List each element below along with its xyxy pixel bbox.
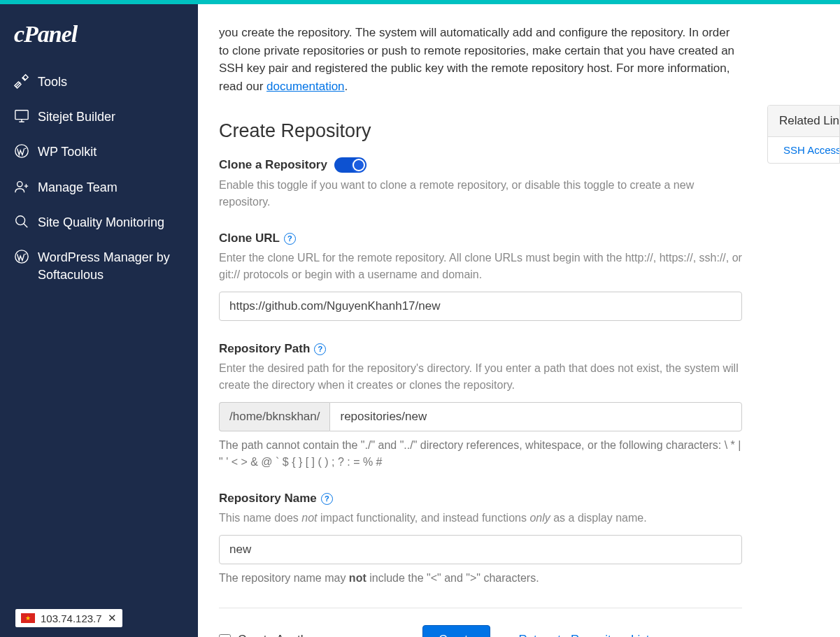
repo-path-help: Enter the desired path for the repositor… (219, 360, 742, 394)
sidebar-item-sitejet[interactable]: Sitejet Builder (0, 99, 198, 134)
clone-url-help: Enter the clone URL for the remote repos… (219, 250, 742, 283)
ip-value: 103.74.123.7 (41, 613, 102, 624)
sidebar-item-label: Tools (38, 73, 67, 91)
page-title: Create Repository (219, 120, 742, 142)
sidebar-item-label: WordPress Manager by Softaculous (38, 248, 187, 284)
clone-url-label: Clone URL (219, 231, 280, 245)
repo-path-input-group: /home/bknskhan/ (219, 402, 742, 431)
field-label-row: Clone a Repository (219, 157, 742, 173)
ip-badge[interactable]: 103.74.123.7 ✕ (15, 609, 122, 627)
documentation-link[interactable]: documentation (266, 80, 345, 93)
ssh-access-link[interactable]: SSH Access (768, 137, 839, 163)
intro-suffix: . (345, 80, 348, 93)
brand-text: cPanel (14, 21, 77, 47)
help-icon[interactable]: ? (314, 343, 326, 355)
wordpress-icon (11, 143, 32, 159)
sidebar-item-wpmanager[interactable]: WordPress Manager by Softaculous (0, 240, 198, 292)
create-another-checkbox[interactable] (219, 634, 231, 638)
return-link[interactable]: Return to Repository List (518, 633, 649, 637)
clone-url-input[interactable] (219, 292, 742, 321)
content-wrap: you create the repository. The system wi… (219, 24, 742, 637)
svg-point-4 (15, 250, 28, 263)
flag-icon (21, 613, 35, 623)
monitor-icon (11, 108, 32, 124)
sidebar-item-label: Sitejet Builder (38, 108, 115, 126)
repo-name-help: This name does not impact functionality,… (219, 510, 742, 527)
clone-toggle-switch[interactable] (334, 157, 366, 173)
svg-point-2 (17, 181, 22, 186)
main-content: you create the repository. The system wi… (198, 4, 840, 637)
repo-name-note: The repository name may not include the … (219, 570, 742, 587)
magnifier-icon (11, 213, 32, 230)
actions-row: Create Another Create Return to Reposito… (219, 625, 742, 637)
repo-path-note: The path cannot contain the "./" and "..… (219, 437, 742, 471)
sidebar-item-label: Manage Team (38, 178, 118, 196)
divider (219, 608, 742, 608)
repo-path-group: Repository Path ? Enter the desired path… (219, 342, 742, 471)
field-label-row: Repository Path ? (219, 342, 742, 356)
wordpress-icon (11, 248, 32, 265)
svg-rect-0 (15, 110, 28, 120)
svg-point-1 (15, 145, 28, 157)
repo-name-input[interactable] (219, 535, 742, 564)
clone-toggle-group: Clone a Repository Enable this toggle if… (219, 157, 742, 210)
intro-text: you create the repository. The system wi… (219, 24, 742, 95)
field-label-row: Clone URL ? (219, 231, 742, 245)
svg-point-3 (16, 216, 25, 225)
sidebar: cPanel Tools Sitejet Builder WP Toolkit (0, 4, 198, 637)
sidebar-item-tools[interactable]: Tools (0, 64, 198, 99)
field-label-row: Repository Name ? (219, 492, 742, 506)
help-icon[interactable]: ? (284, 233, 296, 245)
repo-name-label: Repository Name (219, 492, 317, 506)
clone-toggle-label: Clone a Repository (219, 158, 327, 172)
create-another-label[interactable]: Create Another (238, 633, 318, 637)
sidebar-item-label: WP Toolkit (38, 143, 97, 161)
related-links-panel: Related Links SSH Access (767, 105, 840, 164)
sidebar-nav: Tools Sitejet Builder WP Toolkit Manage … (0, 64, 198, 292)
close-icon[interactable]: ✕ (108, 612, 117, 624)
repo-path-prefix: /home/bknskhan/ (219, 402, 329, 431)
related-header: Related Links (768, 106, 839, 137)
sidebar-item-manageteam[interactable]: Manage Team (0, 170, 198, 205)
ssh-access-label: SSH Access (783, 144, 840, 156)
create-button[interactable]: Create (422, 625, 490, 637)
clone-toggle-help: Enable this toggle if you want to clone … (219, 177, 742, 210)
help-icon[interactable]: ? (321, 493, 333, 505)
sidebar-item-label: Site Quality Monitoring (38, 213, 164, 231)
repo-name-group: Repository Name ? This name does not imp… (219, 492, 742, 587)
repo-path-input[interactable] (329, 402, 742, 431)
tools-icon (11, 73, 32, 90)
repo-path-label: Repository Path (219, 342, 310, 356)
sidebar-item-sitequality[interactable]: Site Quality Monitoring (0, 205, 198, 240)
brand-logo[interactable]: cPanel (0, 21, 198, 64)
app-shell: cPanel Tools Sitejet Builder WP Toolkit (0, 4, 840, 637)
team-icon (11, 178, 32, 195)
sidebar-item-wptoolkit[interactable]: WP Toolkit (0, 134, 198, 169)
clone-url-group: Clone URL ? Enter the clone URL for the … (219, 231, 742, 321)
create-another-wrap: Create Another (219, 633, 318, 637)
